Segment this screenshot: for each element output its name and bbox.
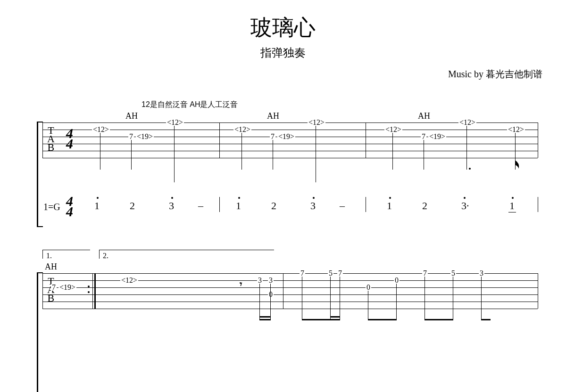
tab-fret: <12> xyxy=(384,126,402,133)
tab-fret: 0 xyxy=(394,277,400,284)
tab-fret: <12> xyxy=(308,119,325,126)
jianpu-note: 3· xyxy=(461,200,469,212)
tab-fret: <12> xyxy=(458,119,476,126)
ah-label: AH xyxy=(125,111,138,121)
tab-fret: <12> xyxy=(166,119,184,126)
jianpu-note: 3 xyxy=(310,200,316,212)
tab-fret: 7 xyxy=(300,270,305,277)
tab-fret: 7 xyxy=(421,133,426,140)
tab-fret: 7 xyxy=(422,270,428,277)
eighth-flag-icon xyxy=(515,160,522,176)
tab-clef-b: B xyxy=(47,294,55,302)
tab-fret: <19> xyxy=(428,133,446,140)
tab-fret: 7 xyxy=(51,284,57,291)
jianpu-dash: – xyxy=(340,200,345,212)
repeat-dots-icon xyxy=(88,282,90,297)
composer-credit: Music by 暮光吉他制谱 xyxy=(0,68,542,81)
jianpu-note: 2 xyxy=(422,200,427,212)
tab-fret: <12> xyxy=(507,126,525,133)
ah-label: AH xyxy=(267,111,279,121)
song-subtitle: 指弹独奏 xyxy=(0,45,566,60)
tab-fret: 5 xyxy=(450,270,456,277)
volta-1-label: 1. xyxy=(46,252,52,260)
timesig-bottom: 4 xyxy=(66,139,73,149)
tab-fret: 7 xyxy=(270,133,275,140)
volta-2-label: 2. xyxy=(103,252,108,260)
song-title: 玻璃心 xyxy=(0,13,566,42)
tab-fret: <12> xyxy=(92,126,110,133)
jianpu-note: 1 xyxy=(94,200,100,212)
jianpu-dash: – xyxy=(198,200,203,212)
ah-label: AH xyxy=(45,262,57,272)
jianpu-note: 2 xyxy=(130,200,135,212)
tab-fret: <19> xyxy=(58,284,76,291)
jianpu-note: 2 xyxy=(271,200,276,212)
jianpu-note: 1 xyxy=(387,200,392,212)
tab-clef-b: B xyxy=(47,143,55,152)
jianpu-note: 3 xyxy=(169,200,174,212)
tab-fret: 7 xyxy=(128,133,134,140)
tab-fret: 5 xyxy=(328,270,333,277)
timesig-bottom: 4 xyxy=(66,206,73,217)
key-signature-label: 1=G xyxy=(43,202,60,212)
volta-2 xyxy=(99,250,274,259)
tab-fret: 7 xyxy=(337,270,343,277)
harmonic-annotation: 12是自然泛音 AH是人工泛音 xyxy=(142,100,238,110)
tab-fret: <19> xyxy=(277,133,295,140)
tab-fret: 0 xyxy=(366,284,371,291)
jianpu-note: 1 xyxy=(509,200,515,212)
tab-fret: 3 xyxy=(257,277,263,284)
tab-fret: 3 xyxy=(479,270,484,277)
tab-fret: <12> xyxy=(233,126,251,133)
jianpu-note: 1 xyxy=(236,200,241,212)
tab-fret: <19> xyxy=(136,133,154,140)
ah-label: AH xyxy=(418,111,430,121)
tab-fret: 3 xyxy=(268,277,274,284)
tab-fret: <12> xyxy=(120,277,138,284)
tab-fret: 0 xyxy=(268,291,274,298)
